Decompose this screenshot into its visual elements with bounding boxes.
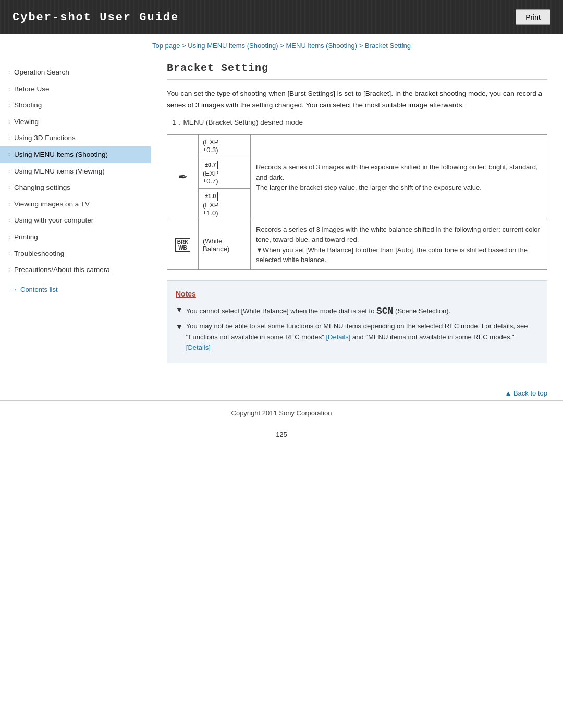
bullet-icon: ∶ — [8, 151, 10, 159]
exp10-icon: ±1.0 — [203, 192, 218, 201]
sidebar-item-viewing[interactable]: ∶ Viewing — [0, 114, 151, 130]
sidebar-item-3d[interactable]: ∶ Using 3D Functions — [0, 130, 151, 146]
bullet-icon: ∶ — [8, 266, 10, 275]
exp07-icon: ±0.7 — [203, 161, 218, 169]
main-content: Bracket Setting You can set the type of … — [151, 59, 563, 384]
breadcrumb-top[interactable]: Top page — [152, 42, 180, 50]
details-link-2[interactable]: [Details] — [186, 343, 211, 351]
sidebar-item-tv[interactable]: ∶ Viewing images on a TV — [0, 196, 151, 213]
bullet-icon: ∶ — [8, 168, 10, 176]
breadcrumb-menu-items[interactable]: MENU items (Shooting) — [286, 42, 358, 50]
layout: ∶ Operation Search ∶ Before Use ∶ Shooti… — [0, 54, 563, 384]
sidebar: ∶ Operation Search ∶ Before Use ∶ Shooti… — [0, 59, 151, 384]
exp07-label-cell: ±0.7 (EXP±0.7) — [199, 157, 251, 189]
wb-icon-cell: BRKWB — [167, 220, 199, 269]
wb-label-cell: (WhiteBalance) — [199, 220, 251, 269]
sidebar-item-operation-search[interactable]: ∶ Operation Search — [0, 64, 151, 81]
exp03-label: (EXP±0.3) — [203, 138, 218, 154]
copyright-text: Copyright 2011 Sony Corporation — [231, 409, 332, 417]
sidebar-item-computer[interactable]: ∶ Using with your computer — [0, 212, 151, 229]
exp-description-cell: Records a series of 3 images with the ex… — [251, 135, 547, 220]
bullet-icon: ∶ — [8, 118, 10, 127]
bullet-icon: ∶ — [8, 85, 10, 94]
contents-list-link[interactable]: → Contents list — [0, 278, 151, 298]
wb-label: (WhiteBalance) — [203, 237, 229, 253]
note-arrow-1: ▼ — [176, 304, 183, 315]
note-text-1: You cannot select [White Balance] when t… — [186, 304, 450, 319]
wb-icon: BRKWB — [175, 238, 191, 252]
header: Cyber-shot User Guide Print — [0, 0, 563, 34]
sidebar-item-menu-shooting[interactable]: ∶ Using MENU items (Shooting) — [0, 146, 151, 163]
sidebar-item-precautions[interactable]: ∶ Precautions/About this camera — [0, 262, 151, 278]
sidebar-item-menu-viewing[interactable]: ∶ Using MENU items (Viewing) — [0, 163, 151, 180]
bullet-icon: ∶ — [8, 201, 10, 209]
back-to-top-link[interactable]: ▲ Back to top — [505, 389, 547, 397]
bullet-icon: ∶ — [8, 184, 10, 192]
bullet-icon: ∶ — [8, 217, 10, 225]
table-row: ✒ (EXP±0.3) Records a series of 3 images… — [167, 135, 547, 157]
exp07-label: (EXP±0.7) — [203, 169, 218, 185]
notes-box: Notes ▼ You cannot select [White Balance… — [167, 280, 547, 364]
scn-text: SCN — [376, 306, 393, 316]
note-text-2: You may not be able to set some function… — [186, 321, 538, 353]
bullet-icon: ∶ — [8, 102, 10, 110]
print-button[interactable]: Print — [516, 9, 550, 25]
exp10-label: (EXP±1.0) — [203, 201, 218, 217]
checkmark-icon: ✒ — [178, 170, 188, 183]
exp10-label-cell: ±1.0 (EXP±1.0) — [199, 189, 251, 220]
note-line-2: ▼ You may not be able to set some functi… — [176, 321, 538, 353]
footer: Copyright 2011 Sony Corporation — [0, 400, 563, 425]
notes-title: Notes — [176, 288, 538, 300]
menu-instruction: 1．MENU (Bracket Setting) desired mode — [167, 118, 547, 127]
breadcrumb-using-menu[interactable]: Using MENU items (Shooting) — [188, 42, 278, 50]
bracket-table: ✒ (EXP±0.3) Records a series of 3 images… — [167, 134, 547, 269]
breadcrumb: Top page > Using MENU items (Shooting) >… — [0, 34, 563, 54]
breadcrumb-bracket[interactable]: Bracket Setting — [365, 42, 411, 50]
intro-paragraph: You can set the type of shooting when [B… — [167, 88, 547, 110]
bullet-icon: ∶ — [8, 233, 10, 242]
sidebar-item-shooting[interactable]: ∶ Shooting — [0, 97, 151, 114]
sidebar-item-troubleshooting[interactable]: ∶ Troubleshooting — [0, 245, 151, 262]
bullet-icon: ∶ — [8, 250, 10, 258]
table-row-wb: BRKWB (WhiteBalance) Records a series of… — [167, 220, 547, 269]
note-line-1: ▼ You cannot select [White Balance] when… — [176, 304, 538, 319]
wb-description-cell: Records a series of 3 images with the wh… — [251, 220, 547, 269]
bullet-icon: ∶ — [8, 134, 10, 143]
exp03-label-cell: (EXP±0.3) — [199, 135, 251, 157]
page-title: Bracket Setting — [167, 62, 547, 80]
sidebar-item-changing[interactable]: ∶ Changing settings — [0, 179, 151, 196]
sidebar-item-printing[interactable]: ∶ Printing — [0, 229, 151, 245]
note-arrow-2: ▼ — [176, 321, 183, 332]
bullet-icon: ∶ — [8, 69, 10, 77]
app-title: Cyber-shot User Guide — [13, 11, 179, 24]
page-number: 125 — [0, 425, 563, 443]
contents-list-arrow: → — [10, 286, 17, 293]
check-icon-cell: ✒ — [167, 135, 199, 220]
sidebar-item-before-use[interactable]: ∶ Before Use — [0, 81, 151, 97]
details-link-1[interactable]: [Details] — [326, 333, 351, 341]
back-to-top-row: ▲ Back to top — [0, 384, 563, 400]
